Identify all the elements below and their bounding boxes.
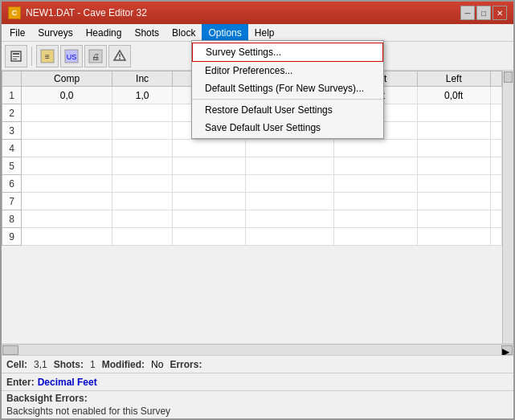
horizontal-scrollbar[interactable]: ▶ bbox=[2, 344, 513, 355]
cell-left[interactable] bbox=[417, 228, 491, 246]
minimize-button[interactable]: ─ bbox=[460, 6, 475, 20]
enter-label: Enter: bbox=[6, 377, 35, 388]
cell-inc[interactable] bbox=[112, 175, 173, 193]
cell-right[interactable] bbox=[334, 175, 417, 193]
toolbar-btn-2[interactable]: ≡ bbox=[36, 45, 59, 67]
menu-survey-settings[interactable]: Survey Settings... bbox=[192, 43, 383, 62]
cell-extra bbox=[491, 228, 502, 246]
cell-up[interactable] bbox=[172, 210, 245, 228]
toolbar-btn-4[interactable]: 🖨 bbox=[84, 45, 107, 67]
shots-label: Shots: bbox=[54, 359, 84, 370]
col-header-left: Left bbox=[417, 71, 491, 87]
cell-right[interactable] bbox=[334, 228, 417, 246]
svg-rect-2 bbox=[13, 56, 19, 57]
cell-comp[interactable] bbox=[22, 122, 112, 140]
toolbar-btn-3[interactable]: US bbox=[60, 45, 83, 67]
svg-rect-1 bbox=[13, 53, 19, 55]
cell-inc[interactable] bbox=[112, 157, 173, 175]
cell-up[interactable] bbox=[172, 228, 245, 246]
cell-up[interactable] bbox=[172, 175, 245, 193]
modified-label: Modified: bbox=[102, 359, 145, 370]
cell-left[interactable] bbox=[417, 210, 491, 228]
cell-inc[interactable] bbox=[112, 104, 173, 122]
cell-comp[interactable] bbox=[22, 228, 112, 246]
col-header-num bbox=[2, 71, 22, 87]
vertical-scrollbar[interactable] bbox=[502, 71, 513, 344]
menu-heading[interactable]: Heading bbox=[80, 24, 129, 41]
cell-value: 3,1 bbox=[34, 359, 47, 370]
svg-text:≡: ≡ bbox=[45, 52, 50, 61]
cell-inc[interactable] bbox=[112, 228, 173, 246]
cell-up[interactable] bbox=[172, 157, 245, 175]
cell-left[interactable] bbox=[417, 140, 491, 157]
maximize-button[interactable]: □ bbox=[476, 6, 491, 20]
cell-inc[interactable] bbox=[112, 122, 173, 140]
cell-down[interactable] bbox=[246, 193, 334, 210]
col-header-extra bbox=[491, 71, 502, 87]
cell-left[interactable] bbox=[417, 104, 491, 122]
cell-inc[interactable] bbox=[112, 140, 173, 157]
table-row: 6 bbox=[2, 175, 502, 193]
menu-options[interactable]: Options bbox=[202, 24, 247, 41]
cell-down[interactable] bbox=[246, 228, 334, 246]
cell-right[interactable] bbox=[334, 157, 417, 175]
cell-inc[interactable]: 1,0 bbox=[112, 87, 173, 104]
cell-comp[interactable] bbox=[22, 104, 112, 122]
menu-editor-prefs[interactable]: Editor Preferences... bbox=[192, 62, 383, 80]
cell-comp[interactable] bbox=[22, 157, 112, 175]
row-number: 4 bbox=[2, 140, 22, 157]
backsight-text: Backsights not enabled for this Survey bbox=[6, 406, 509, 417]
cell-down[interactable] bbox=[246, 175, 334, 193]
cell-down[interactable] bbox=[246, 140, 334, 157]
cell-left[interactable] bbox=[417, 193, 491, 210]
toolbar-btn-5[interactable] bbox=[108, 45, 131, 67]
menu-default-settings[interactable]: Default Settings (For New Surveys)... bbox=[192, 80, 383, 97]
cell-label: Cell: bbox=[6, 359, 27, 370]
menu-file[interactable]: File bbox=[3, 24, 31, 41]
cell-down[interactable] bbox=[246, 210, 334, 228]
title-buttons: ─ □ ✕ bbox=[460, 6, 507, 20]
cell-right[interactable] bbox=[334, 140, 417, 157]
cell-left[interactable] bbox=[417, 122, 491, 140]
cell-comp[interactable]: 0,0 bbox=[22, 87, 112, 104]
cell-left[interactable]: 0,0ft bbox=[417, 87, 491, 104]
menu-save-defaults[interactable]: Save Default User Settings bbox=[192, 119, 383, 137]
row-number: 6 bbox=[2, 175, 22, 193]
shots-value: 1 bbox=[90, 359, 96, 370]
enter-bar: Enter: Decimal Feet bbox=[2, 373, 513, 390]
toolbar-sep-1 bbox=[31, 47, 32, 66]
title-bar-left: C NEW1.DAT - Cave Editor 32 bbox=[8, 6, 147, 19]
cell-right[interactable] bbox=[334, 193, 417, 210]
toolbar-btn-1[interactable] bbox=[5, 45, 27, 67]
svg-text:🖨: 🖨 bbox=[92, 52, 100, 61]
col-header-comp: Comp bbox=[22, 71, 112, 87]
menu-shots[interactable]: Shots bbox=[128, 24, 166, 41]
menu-restore-defaults[interactable]: Restore Default User Settings bbox=[192, 101, 383, 119]
title-bar: C NEW1.DAT - Cave Editor 32 ─ □ ✕ bbox=[2, 2, 513, 24]
cell-left[interactable] bbox=[417, 157, 491, 175]
cell-comp[interactable] bbox=[22, 175, 112, 193]
cell-up[interactable] bbox=[172, 193, 245, 210]
cell-inc[interactable] bbox=[112, 193, 173, 210]
cell-comp[interactable] bbox=[22, 140, 112, 157]
cell-comp[interactable] bbox=[22, 193, 112, 210]
cell-extra bbox=[491, 140, 502, 157]
table-row: 4 bbox=[2, 140, 502, 157]
cell-inc[interactable] bbox=[112, 210, 173, 228]
table-row: 9 bbox=[2, 228, 502, 246]
close-button[interactable]: ✕ bbox=[493, 6, 507, 20]
menu-block[interactable]: Block bbox=[166, 24, 202, 41]
cell-comp[interactable] bbox=[22, 210, 112, 228]
cell-down[interactable] bbox=[246, 157, 334, 175]
menu-surveys[interactable]: Surveys bbox=[31, 24, 79, 41]
row-number: 1 bbox=[2, 87, 22, 104]
table-row: 8 bbox=[2, 210, 502, 228]
table-row: 7 bbox=[2, 193, 502, 210]
cell-up[interactable] bbox=[172, 140, 245, 157]
row-number: 9 bbox=[2, 228, 22, 246]
cell-right[interactable] bbox=[334, 210, 417, 228]
cell-left[interactable] bbox=[417, 175, 491, 193]
menu-help[interactable]: Help bbox=[248, 24, 281, 41]
app-icon: C bbox=[8, 6, 21, 19]
status-bar: Cell: 3,1 Shots: 1 Modified: No Errors: bbox=[2, 355, 513, 373]
